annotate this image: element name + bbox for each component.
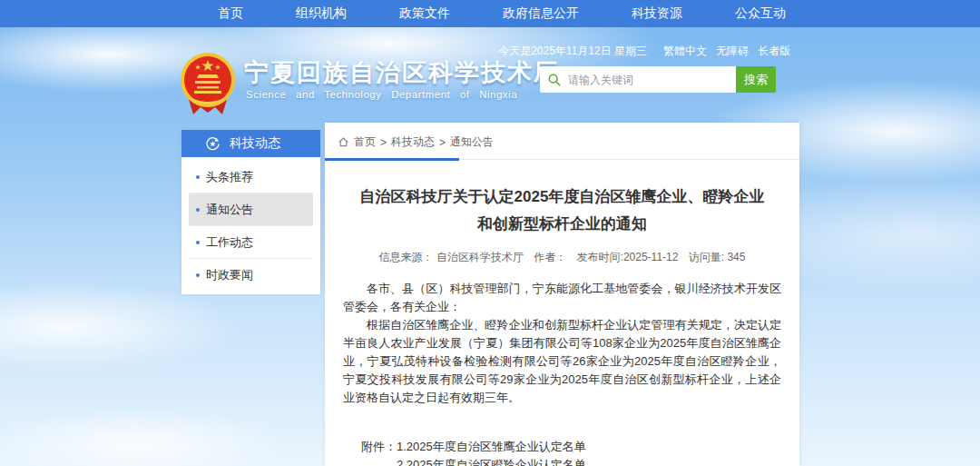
link-elderly-version[interactable]: 长者版	[758, 44, 790, 59]
main-panel: 首页 > 科技动态 > 通知公告 自治区科技厅关于认定2025年度自治区雏鹰企业…	[325, 123, 799, 466]
sidebar-item-political-news[interactable]: 时政要闻	[189, 259, 313, 291]
article-title: 自治区科技厅关于认定2025年度自治区雏鹰企业、瞪羚企业 和创新型标杆企业的通知	[352, 183, 772, 238]
sidebar-item-label: 通知公告	[206, 202, 253, 218]
article-paragraph: 各市、县（区）科技管理部门，宁东能源化工基地管委会，银川经济技术开发区管委会，各…	[343, 280, 781, 316]
national-emblem-logo	[179, 51, 237, 118]
sidebar-title: 科技动态	[230, 135, 280, 152]
attachments-label: 附件：	[361, 438, 397, 466]
sidebar-item-label: 时政要闻	[206, 267, 253, 283]
article-title-line1: 自治区科技厅关于认定2025年度自治区雏鹰企业、瞪羚企业	[352, 183, 772, 211]
bullet-dot	[196, 208, 200, 212]
sidebar-item-work-dynamics[interactable]: 工作动态	[189, 226, 313, 259]
star-refresh-icon	[205, 136, 220, 152]
breadcrumb-separator: >	[380, 136, 387, 149]
header-top-row: 今天是2025年11月12日 星期三 繁體中文 无障碍 长者版	[498, 44, 790, 59]
nav-item-interaction[interactable]: 公众互动	[735, 5, 786, 22]
nav-item-gov-info[interactable]: 政府信息公开	[503, 5, 579, 22]
site-title: 宁夏回族自治区科学技术厅	[244, 56, 560, 89]
attachment-link[interactable]: 1.2025年度自治区雏鹰企业认定名单	[397, 438, 622, 456]
meta-publish-time: 发布时间:2025-11-12	[577, 251, 679, 263]
home-icon	[338, 136, 349, 148]
page-container: 宁夏回族自治区科学技术厅 Science and Technology Depa…	[177, 27, 799, 466]
sidebar-list: 头条推荐 通知公告 工作动态 时政要闻	[181, 157, 320, 294]
nav-item-resources[interactable]: 科技资源	[632, 5, 682, 22]
bullet-dot	[196, 175, 200, 179]
page: 首页 组织机构 政策文件 政府信息公开 科技资源 公众互动 宁夏回族自治	[0, 0, 980, 466]
article-body: 各市、县（区）科技管理部门，宁东能源化工基地管委会，银川经济技术开发区管委会，各…	[343, 280, 781, 407]
bullet-dot	[196, 273, 200, 277]
article-meta: 信息来源： 自治区科学技术厅 作者： 发布时间:2025-11-12 访问量: …	[325, 250, 799, 265]
link-traditional-chinese[interactable]: 繁體中文	[663, 44, 707, 59]
breadcrumb-separator: >	[439, 136, 446, 149]
article-title-line2: 和创新型标杆企业的通知	[352, 211, 772, 238]
language-links: 繁體中文 无障碍 长者版	[663, 44, 790, 59]
nav-item-home[interactable]: 首页	[218, 5, 243, 22]
current-date: 今天是2025年11月12日 星期三	[498, 44, 647, 59]
site-subtitle: Science and Technology Department of Nin…	[246, 89, 517, 100]
nav-item-policy[interactable]: 政策文件	[399, 5, 450, 22]
sidebar-header: 科技动态	[181, 130, 320, 157]
search-box	[540, 66, 736, 93]
top-navigation: 首页 组织机构 政策文件 政府信息公开 科技资源 公众互动	[0, 0, 980, 27]
site-header: 宁夏回族自治区科学技术厅 Science and Technology Depa…	[177, 27, 799, 123]
attachment-link[interactable]: 2.2025年度自治区瞪羚企业认定名单	[397, 456, 622, 466]
bullet-dot	[196, 241, 200, 244]
meta-source: 信息来源： 自治区科学技术厅	[379, 251, 524, 263]
sidebar-item-label: 头条推荐	[206, 169, 253, 185]
sidebar-item-notices[interactable]: 通知公告	[189, 193, 313, 226]
attachments: 附件： 1.2025年度自治区雏鹰企业认定名单 2.2025年度自治区瞪羚企业认…	[361, 438, 781, 466]
link-accessibility[interactable]: 无障碍	[716, 44, 749, 59]
search-bar: 搜索	[540, 66, 776, 93]
nav-item-organization[interactable]: 组织机构	[296, 5, 347, 22]
sidebar-item-headlines[interactable]: 头条推荐	[189, 161, 313, 193]
search-input[interactable]	[566, 73, 729, 87]
search-icon	[547, 73, 561, 86]
breadcrumb-current[interactable]: 通知公告	[450, 134, 494, 150]
breadcrumb-home[interactable]: 首页	[354, 134, 376, 150]
breadcrumb-section[interactable]: 科技动态	[391, 134, 435, 150]
breadcrumb: 首页 > 科技动态 > 通知公告	[325, 123, 799, 160]
article-paragraph: 根据自治区雏鹰企业、瞪羚企业和创新型标杆企业认定管理有关规定，决定认定半亩良人农…	[343, 316, 781, 407]
meta-author: 作者：	[534, 251, 566, 263]
sidebar: 科技动态 头条推荐 通知公告 工作动态 时政要闻	[181, 130, 320, 294]
search-button[interactable]: 搜索	[736, 66, 776, 93]
attachments-list: 1.2025年度自治区雏鹰企业认定名单 2.2025年度自治区瞪羚企业认定名单 …	[397, 438, 622, 466]
sidebar-item-label: 工作动态	[206, 234, 253, 251]
meta-visits: 访问量: 345	[689, 251, 746, 263]
